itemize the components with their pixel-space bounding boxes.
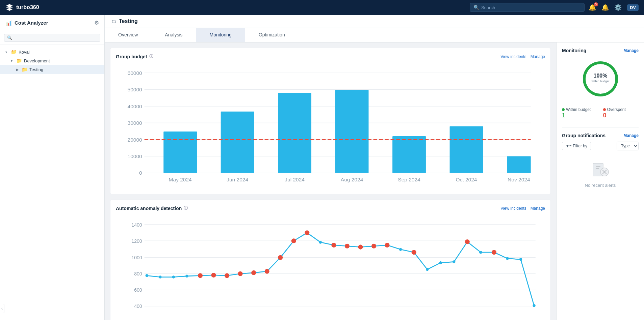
sidebar-search[interactable]: 🔍 <box>4 34 100 42</box>
alerts-bell-icon[interactable]: 🔔 <box>601 4 609 11</box>
tab-bar: Overview Analysis Monitoring Optimizatio… <box>105 28 644 42</box>
no-alerts-section: No recent alerts <box>562 150 639 196</box>
anomaly-actions: View incidents Manage <box>500 206 545 211</box>
sidebar-search-icon: 🔍 <box>7 35 12 40</box>
anomaly-point <box>492 250 496 255</box>
svg-text:0: 0 <box>139 170 142 176</box>
data-point <box>533 304 535 307</box>
folder-icon: 📁 <box>22 67 27 72</box>
anomaly-point <box>291 238 296 243</box>
sidebar: 📊 Cost Analyzer ⚙ 🔍 ▾ 📁 Kovai ▾ 📁 Develo… <box>0 15 105 320</box>
anomaly-view-incidents-link[interactable]: View incidents <box>500 206 526 211</box>
app-logo[interactable]: turbo360 <box>5 3 39 11</box>
svg-text:May 2024: May 2024 <box>169 177 192 182</box>
main-layout: 📊 Cost Analyzer ⚙ 🔍 ▾ 📁 Kovai ▾ 📁 Develo… <box>0 15 644 320</box>
app-name: turbo360 <box>16 4 39 10</box>
svg-text:Oct 2024: Oct 2024 <box>456 177 477 182</box>
data-point <box>146 274 148 277</box>
bar-may2024 <box>163 132 197 173</box>
content-header: 🗀 Testing <box>105 15 644 28</box>
tree-label-testing: Testing <box>29 67 43 72</box>
stats-row: Within budget 1 Overspent 0 <box>562 105 639 122</box>
data-point <box>426 268 429 271</box>
tree-label-development: Development <box>24 58 50 63</box>
anomaly-point <box>371 244 376 249</box>
notifications-icon[interactable]: 🔔 3 <box>589 4 596 11</box>
group-notifications-section: Group notifications Manage ▼≡ Filter by … <box>562 133 639 196</box>
panels: Group budget ⓘ View incidents Manage <box>105 42 644 320</box>
user-avatar[interactable]: DV <box>627 4 639 11</box>
anomaly-chart: 1400 1200 1000 800 600 400 200 0 <box>116 215 545 320</box>
svg-text:1400: 1400 <box>131 222 142 228</box>
search-input[interactable] <box>481 5 581 10</box>
data-point <box>185 275 188 278</box>
svg-text:60000: 60000 <box>128 70 143 76</box>
group-notifications-title: Group notifications Manage <box>562 133 639 138</box>
monitoring-section: Monitoring Manage 100% within budget <box>562 48 639 122</box>
anomaly-point <box>265 269 269 274</box>
sidebar-title: 📊 Cost Analyzer <box>5 20 48 26</box>
filter-row: ▼≡ Filter by Type <box>562 142 639 150</box>
sidebar-gear-icon[interactable]: ⚙ <box>94 20 99 26</box>
bar-chart: 60000 50000 40000 30000 20000 10000 0 <box>116 63 545 188</box>
within-budget-dot <box>562 108 565 111</box>
chevron-right-icon: ▶ <box>16 68 20 71</box>
anomaly-manage-link[interactable]: Manage <box>531 206 545 211</box>
tab-monitoring[interactable]: Monitoring <box>196 28 245 42</box>
monitoring-manage-link[interactable]: Manage <box>623 48 639 53</box>
sidebar-tree: ▾ 📁 Kovai ▾ 📁 Development ▶ 📁 Testing <box>0 45 104 320</box>
tree-item-kovai[interactable]: ▾ 📁 Kovai <box>0 48 104 56</box>
folder-icon: 📁 <box>16 58 22 63</box>
within-budget-stat: Within budget 1 <box>562 107 598 119</box>
anomaly-point <box>225 273 229 278</box>
svg-text:Sep 2024: Sep 2024 <box>398 177 420 182</box>
page-folder-icon: 🗀 <box>111 19 116 24</box>
anomaly-info-icon: ⓘ <box>184 205 188 211</box>
svg-text:1000: 1000 <box>131 255 142 261</box>
data-point <box>319 241 322 243</box>
tree-item-development[interactable]: ▾ 📁 Development <box>0 56 104 65</box>
anomaly-point <box>305 230 309 235</box>
data-point <box>506 257 509 260</box>
sidebar-search-wrap: 🔍 <box>0 31 104 45</box>
filter-icon: ▼≡ <box>566 144 571 148</box>
main-content: 🗀 Testing Overview Analysis Monitoring O… <box>105 15 644 320</box>
nav-icons: 🔔 3 🔔 ⚙️ DV <box>589 4 639 11</box>
anomaly-point <box>211 273 216 278</box>
donut-chart-wrap: 100% within budget <box>562 53 639 105</box>
tab-overview[interactable]: Overview <box>105 28 151 42</box>
manage-link[interactable]: Manage <box>531 54 545 59</box>
no-alerts-text: No recent alerts <box>585 183 616 188</box>
tab-optimization[interactable]: Optimization <box>245 28 299 42</box>
bar-oct2024 <box>450 126 483 173</box>
overspent-dot <box>603 108 606 111</box>
group-budget-header: Group budget ⓘ View incidents Manage <box>116 54 545 59</box>
anomaly-point <box>238 271 243 276</box>
view-incidents-link[interactable]: View incidents <box>500 54 526 59</box>
sidebar-search-input[interactable] <box>14 35 97 40</box>
page-title: Testing <box>119 18 138 24</box>
tree-item-testing[interactable]: ▶ 📁 Testing <box>0 65 104 74</box>
overspent-value: 0 <box>603 112 639 119</box>
notifications-manage-link[interactable]: Manage <box>623 133 639 138</box>
bar-chart-svg: 60000 50000 40000 30000 20000 10000 0 <box>116 63 545 187</box>
bar-aug2024 <box>335 90 369 173</box>
logo-icon <box>5 3 14 11</box>
anomaly-point <box>358 245 363 250</box>
anomaly-point <box>198 273 203 278</box>
filter-by-button[interactable]: ▼≡ Filter by <box>562 142 591 150</box>
group-budget-card: Group budget ⓘ View incidents Manage <box>110 48 551 194</box>
svg-rect-70 <box>596 168 599 169</box>
sidebar-collapse-button[interactable]: ‹ <box>0 304 4 313</box>
tab-analysis[interactable]: Analysis <box>151 28 196 42</box>
monitoring-section-title: Monitoring Manage <box>562 48 639 53</box>
sidebar-header: 📊 Cost Analyzer ⚙ <box>0 15 104 31</box>
chevron-down-icon: ▾ <box>11 59 14 63</box>
svg-text:20000: 20000 <box>128 137 143 143</box>
group-budget-actions: View incidents Manage <box>500 54 545 59</box>
type-select[interactable]: Type <box>617 142 639 150</box>
anomaly-header: Automatic anomaly detection ⓘ View incid… <box>116 205 545 211</box>
search-bar[interactable]: 🔍 <box>470 3 585 12</box>
svg-text:Nov 2024: Nov 2024 <box>508 177 530 182</box>
settings-icon[interactable]: ⚙️ <box>614 4 622 11</box>
